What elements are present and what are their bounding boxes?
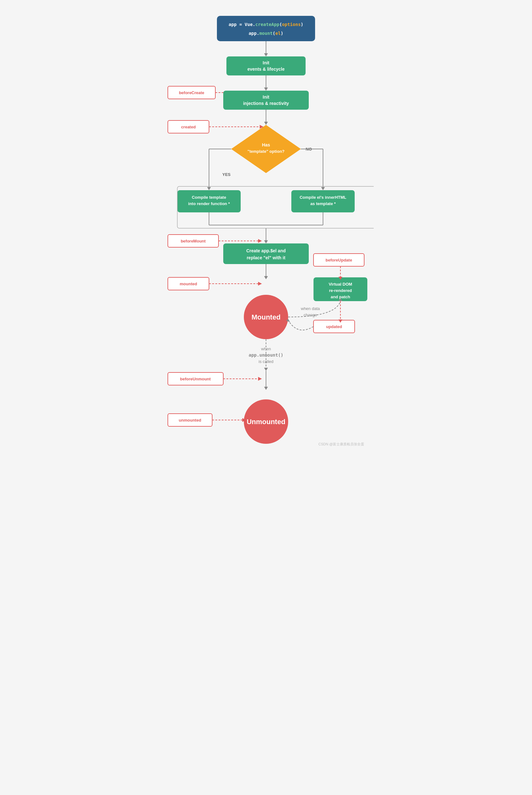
init-events-text2: events & lifecycle [247, 67, 285, 72]
updated-label: updated [326, 324, 342, 329]
no-arrow-head [321, 187, 325, 190]
watermark: CSDN @富士康质检员张全蛋 [319, 442, 364, 446]
create-app-text1: Create app.$el and [246, 248, 286, 253]
arrow-2-head [264, 88, 268, 91]
mounted-arrowhead [258, 282, 262, 286]
before-mount-arrowhead [258, 239, 262, 243]
unmounted-label: unmounted [179, 418, 202, 422]
yes-label: YES [222, 172, 230, 177]
has-template-text2: "template" option? [247, 149, 284, 154]
init-events-node [226, 56, 306, 75]
init-code-line2: app.mount(el) [249, 31, 283, 36]
has-template-text1: Has [262, 142, 270, 147]
arrow-5-head [264, 387, 268, 390]
arrow-4-head [264, 276, 268, 279]
create-app-text2: replace "el" with it [247, 255, 286, 260]
create-app-node [223, 243, 309, 264]
lifecycle-diagram: app = Vue.createApp(options) app.mount(e… [158, 6, 374, 761]
arrow-1-head [264, 53, 268, 56]
init-injections-text2: injections & reactivity [243, 101, 289, 106]
diagram-svg: app = Vue.createApp(options) app.mount(e… [158, 6, 374, 761]
merge-arrow-head [264, 240, 268, 243]
init-injections-node [223, 91, 309, 110]
yes-arrow-head [207, 187, 211, 190]
init-code-node [217, 16, 315, 41]
unmounted-circle-label: Unmounted [247, 418, 285, 426]
init-events-text1: Init [263, 60, 269, 65]
virtual-dom-text1: Virtual DOM [329, 282, 352, 287]
mounted-label: mounted [180, 282, 197, 286]
arrow-3-head [264, 122, 268, 125]
init-injections-text1: Init [263, 94, 269, 100]
before-update-label: beforeUpdate [325, 258, 352, 263]
before-unmount-arrowhead [258, 377, 262, 381]
compile-el-text1: Compile el's innerHTML [300, 195, 346, 200]
mounted-circle-label: Mounted [251, 313, 281, 321]
before-mount-label: beforeMount [181, 239, 206, 243]
compile-el-text2: as template * [310, 201, 336, 206]
before-create-label: beforeCreate [179, 90, 204, 95]
unmount-arrow-head [264, 368, 268, 371]
created-label: created [181, 125, 196, 129]
data-change-arc-down [288, 320, 314, 330]
virtual-dom-text2: re-rendered [329, 288, 352, 293]
when-data-change-text: when data [301, 306, 320, 311]
compile-template-text2: into render function * [188, 201, 230, 206]
compile-template-text1: Compile template [192, 195, 226, 200]
init-code-line1: app = Vue.createApp(options) [229, 22, 303, 27]
before-unmount-label: beforeUnmount [180, 377, 211, 381]
